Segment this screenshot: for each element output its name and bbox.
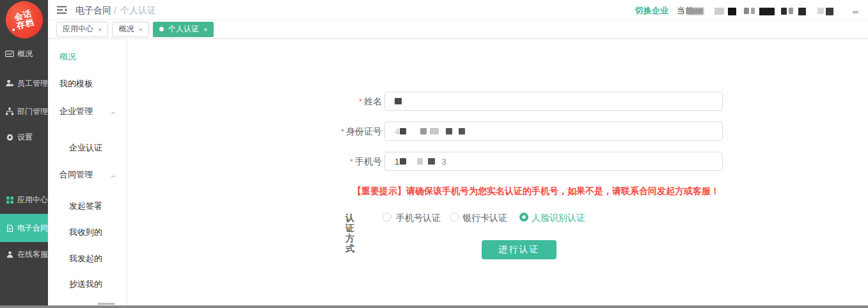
close-icon[interactable]: × (138, 26, 142, 33)
app-window: 会话 存档 概况 员工管理 部门管理 设置 (0, 0, 868, 308)
sidebar-item-app-center[interactable]: 应用中心 (0, 191, 48, 209)
subnav-my-templates[interactable]: 我的模板 (59, 79, 93, 89)
org-chart-icon (5, 107, 14, 116)
visible-digit: 4 (395, 127, 399, 136)
name-field-label: *姓名 (280, 92, 382, 111)
redacted-value (420, 128, 427, 134)
sidebar-item-employees[interactable]: 员工管理 (0, 74, 48, 92)
subnav-overview[interactable]: 概况 (59, 52, 76, 62)
secondary-sidebar: 概况 我的模板 企业管理 企业认证 合同管理 发起签署 我收到的 我发起的 抄送… (48, 39, 127, 305)
sidebar-item-label: 概况 (17, 49, 33, 60)
radio-phone-auth[interactable] (383, 213, 391, 222)
subnav-company-mgmt[interactable]: 企业管理 (59, 106, 93, 117)
clipped-next-item (98, 303, 114, 305)
redacted-text (853, 11, 858, 13)
name-input[interactable] (384, 92, 723, 111)
close-icon[interactable]: × (98, 26, 102, 33)
start-verification-button[interactable]: 进行认证 (482, 240, 556, 259)
redacted-text (714, 8, 724, 15)
redacted-text (751, 8, 755, 14)
visible-digit: 3 (441, 157, 446, 166)
required-mark: * (350, 157, 353, 166)
grid-icon (5, 195, 14, 204)
sidebar-item-label: 电子合同 (17, 223, 48, 234)
redacted-text (789, 8, 793, 14)
subnav-company-auth[interactable]: 企业认证 (69, 143, 102, 153)
sidebar-item-departments[interactable]: 部门管理 (0, 102, 48, 120)
agent-person-icon (5, 250, 14, 259)
sidebar-item-e-contract[interactable]: 电子合同 (0, 214, 48, 242)
redacted-value (430, 128, 439, 134)
redacted-text (728, 8, 736, 15)
redacted-value (446, 128, 452, 134)
tab-label: 个人认证 (168, 24, 199, 35)
app-logo: 会话 存档 (2, 0, 47, 42)
subnav-received[interactable]: 我收到的 (69, 227, 102, 238)
sidebar-item-label: 应用中心 (17, 195, 48, 206)
auth-method-label: 认证方式 (345, 213, 354, 254)
collapse-sidebar-icon[interactable] (56, 5, 67, 15)
phone-input[interactable]: 1 3 (384, 152, 723, 171)
redacted-value (395, 98, 402, 104)
redacted-text (826, 8, 833, 15)
contract-document-icon (5, 223, 14, 232)
radio-bank-auth[interactable] (450, 213, 459, 222)
radio-face-auth-label[interactable]: 人脸识别认证 (532, 213, 585, 223)
tab-personal-auth[interactable]: 个人认证 × (153, 22, 214, 37)
logo-dot (12, 28, 15, 31)
chart-icon (5, 49, 14, 58)
important-notice: 【重要提示】请确保该手机号为您实名认证的手机号，如果不是，请联系合同发起方或客服… (352, 186, 720, 197)
phone-field-label: *手机号 (280, 152, 382, 172)
subnav-cc-me[interactable]: 抄送我的 (69, 279, 102, 289)
required-mark: * (341, 127, 344, 136)
id-field-label: *身份证号 (280, 122, 382, 142)
id-number-input[interactable]: 4 (384, 122, 723, 141)
sidebar-item-label: 在线客服 (17, 249, 48, 260)
sidebar-item-label: 设置 (17, 132, 33, 143)
chevron-up-icon[interactable] (110, 171, 116, 177)
redacted-value (428, 158, 435, 165)
tab-bar: 应用中心 × 概况 × 个人认证 × (48, 20, 868, 39)
redacted-value (417, 158, 423, 165)
redacted-value (400, 128, 406, 134)
redacted-text (798, 8, 806, 15)
radio-phone-auth-label[interactable]: 手机号认证 (396, 213, 441, 223)
close-icon[interactable]: × (203, 26, 207, 33)
subnav-initiate-sign[interactable]: 发起签署 (69, 201, 102, 211)
topbar: 电子合同 / 个人认证 切换企业 当前 (48, 0, 868, 20)
tab-label: 应用中心 (63, 24, 93, 35)
switch-company-link[interactable]: 切换企业 (635, 5, 668, 17)
sidebar-item-settings[interactable]: 设置 (0, 128, 48, 146)
tab-app-center[interactable]: 应用中心 × (56, 22, 108, 37)
person-add-icon (5, 79, 14, 88)
sidebar-item-online-service[interactable]: 在线客服 (0, 245, 48, 263)
tab-overview[interactable]: 概况 × (112, 22, 148, 37)
tab-label: 概况 (118, 24, 134, 35)
redacted-text (817, 8, 824, 14)
sidebar-item-overview[interactable]: 概况 (0, 45, 48, 63)
active-tab-dot (159, 27, 164, 31)
radio-face-auth[interactable] (519, 213, 528, 222)
breadcrumb-current: 个人认证 (120, 5, 156, 17)
visible-digit: 1 (395, 157, 399, 166)
horizontal-scrollbar[interactable] (0, 305, 868, 308)
personal-auth-form: *姓名 *身份证号 4 *手机号 1 3 【重要提示】请确保 (127, 40, 868, 305)
breadcrumb-separator: / (114, 5, 116, 15)
redacted-text (781, 8, 787, 15)
chevron-up-icon[interactable] (110, 108, 116, 114)
redacted-value (400, 158, 406, 165)
primary-sidebar: 会话 存档 概况 员工管理 部门管理 设置 (0, 0, 48, 308)
redacted-text (687, 8, 704, 15)
sidebar-item-label: 员工管理 (17, 78, 48, 89)
required-mark: * (359, 97, 362, 106)
subnav-contract-mgmt[interactable]: 合同管理 (59, 170, 93, 180)
radio-bank-auth-label[interactable]: 银行卡认证 (462, 213, 507, 223)
breadcrumb-root[interactable]: 电子合同 (75, 5, 111, 17)
subnav-initiated[interactable]: 我发起的 (69, 254, 102, 264)
redacted-value (459, 128, 465, 134)
redacted-text (744, 8, 749, 14)
gear-icon (5, 133, 14, 142)
sidebar-item-label: 部门管理 (17, 106, 48, 117)
redacted-text (759, 8, 775, 15)
